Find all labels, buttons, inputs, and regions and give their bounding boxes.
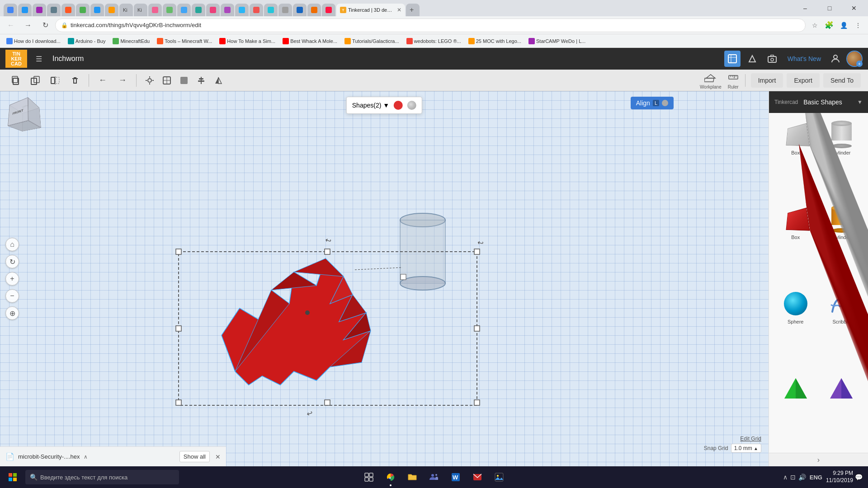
tab-8[interactable] xyxy=(105,4,118,16)
duplicate-button[interactable] xyxy=(27,72,43,89)
chevron-up-icon[interactable]: ∧ xyxy=(783,474,788,481)
light-view-icon[interactable] xyxy=(142,73,157,88)
view-cube[interactable]: FRONT TOP xyxy=(9,100,45,136)
tab-2[interactable] xyxy=(18,4,32,16)
bookmark-tools-minecraft[interactable]: Tools – Minecraft W... xyxy=(154,37,215,45)
network-icon[interactable]: ⊡ xyxy=(790,474,796,481)
home-view-button[interactable]: ⌂ xyxy=(5,238,19,251)
solid-view-icon[interactable] xyxy=(176,73,192,88)
tc-logo[interactable]: TIN KER CAD xyxy=(5,50,27,68)
project-name[interactable]: Inchworm xyxy=(52,55,84,63)
tab-new[interactable]: + xyxy=(406,4,420,16)
tab-15[interactable] xyxy=(235,4,249,16)
tab-6[interactable] xyxy=(76,4,90,16)
align-icon[interactable] xyxy=(193,73,209,88)
start-button[interactable] xyxy=(2,466,24,488)
address-bar[interactable]: 🔒 tinkercad.com/things/hVqvv4gDKrB-inchw… xyxy=(55,19,806,32)
panel-scroll-arrow[interactable]: › xyxy=(769,453,868,466)
flip-icon[interactable] xyxy=(211,73,226,88)
ruler-button[interactable]: Ruler xyxy=(727,71,740,89)
tab-7[interactable] xyxy=(90,4,104,16)
shape-item-sphere[interactable]: Sphere xyxy=(774,287,817,368)
download-expand-icon[interactable]: ∧ xyxy=(84,454,88,460)
back-button[interactable]: ← xyxy=(4,18,18,33)
tc-user-icon[interactable] xyxy=(828,52,843,66)
tab-13[interactable] xyxy=(206,4,220,16)
import-button[interactable]: Import xyxy=(751,73,783,88)
extension-puzzle-icon[interactable]: 🧩 xyxy=(823,19,835,32)
tab-11[interactable] xyxy=(177,4,191,16)
maximize-button[interactable]: □ xyxy=(819,0,840,16)
bookmark-star-icon[interactable]: ☆ xyxy=(808,19,821,32)
taskbar-photos-icon[interactable] xyxy=(489,467,509,487)
tc-perspective-view-button[interactable] xyxy=(744,51,760,67)
tab-14[interactable] xyxy=(221,4,234,16)
tab-18[interactable] xyxy=(278,4,292,16)
notification-icon[interactable]: 💬 xyxy=(855,474,863,481)
refresh-button[interactable]: ↻ xyxy=(38,18,52,33)
viewport[interactable]: FRONT TOP ⌂ xyxy=(0,91,769,466)
taskbar-search-bar[interactable]: 🔍 Введите здесь текст для поиска xyxy=(25,470,179,484)
snap-value[interactable]: 1.0 mm ▲ xyxy=(731,444,761,453)
tab-19[interactable] xyxy=(293,4,307,16)
zoom-in-button[interactable]: + xyxy=(5,272,19,286)
bookmark-how-download[interactable]: How do I download... xyxy=(4,37,63,45)
zoom-out-button[interactable]: − xyxy=(5,289,19,303)
tab-21[interactable] xyxy=(322,4,335,16)
shape-item-tri-purple[interactable] xyxy=(821,372,863,447)
taskbar-mail-icon[interactable] xyxy=(467,467,487,487)
close-button[interactable]: ✕ xyxy=(844,0,864,16)
tab-16[interactable] xyxy=(250,4,263,16)
tc-3d-view-button[interactable] xyxy=(724,51,741,67)
tab-3[interactable] xyxy=(33,4,46,16)
undo-button[interactable]: ← xyxy=(94,72,111,89)
speaker-icon[interactable]: 🔊 xyxy=(798,474,806,481)
bookmark-minecraft-edu[interactable]: MinecraftEdu xyxy=(110,37,152,45)
browser-menu-icon[interactable]: ⋮ xyxy=(852,19,864,32)
edit-grid-label[interactable]: Edit Grid xyxy=(740,436,761,442)
forward-button[interactable]: → xyxy=(21,18,35,33)
tab-20[interactable] xyxy=(307,4,321,16)
workplane-button[interactable]: Workplane xyxy=(700,71,722,89)
taskbar-task-view-button[interactable] xyxy=(359,467,379,487)
export-button[interactable]: Export xyxy=(787,73,819,88)
tab-1[interactable] xyxy=(4,4,17,16)
send-to-button[interactable]: Send To xyxy=(823,73,861,88)
delete-button[interactable] xyxy=(67,72,83,89)
tc-camera-view-button[interactable] xyxy=(764,51,780,67)
bookmark-moc[interactable]: 25 MOC with Lego... xyxy=(466,37,524,45)
align-panel[interactable]: Align L xyxy=(631,97,674,109)
panel-dropdown-arrow[interactable]: ▼ xyxy=(857,99,863,105)
bookmark-youtube-1[interactable]: How To Make a Sim... xyxy=(217,37,278,45)
tab-ki2[interactable]: Ki xyxy=(134,4,147,16)
orbit-button[interactable]: ↻ xyxy=(5,255,19,268)
tab-10[interactable] xyxy=(163,4,176,16)
wireframe-icon[interactable] xyxy=(159,73,175,88)
shapes-dropdown[interactable]: Shapes(2) ▼ xyxy=(352,102,389,109)
shape-item-box-red[interactable]: Box xyxy=(774,203,817,284)
bookmark-tutorials[interactable]: Tutorials/Galacticra... xyxy=(342,37,402,45)
tab-tinkercad[interactable]: T Tinkercad | 3D design... ✕ xyxy=(336,4,405,16)
taskbar-chrome-icon[interactable] xyxy=(381,467,401,487)
taskbar-word-icon[interactable]: W xyxy=(446,467,466,487)
language-badge[interactable]: ENG xyxy=(808,473,824,482)
bookmark-starcamp[interactable]: StarCAMP WeDo | L... xyxy=(526,37,588,45)
tab-4[interactable] xyxy=(47,4,61,16)
fit-view-button[interactable]: ⊕ xyxy=(5,306,19,320)
mirror-button[interactable] xyxy=(47,72,63,89)
bookmark-arduino[interactable]: Arduino - Buy xyxy=(65,37,108,45)
download-close-icon[interactable]: ✕ xyxy=(215,453,221,460)
tab-ki1[interactable]: Ki xyxy=(119,4,133,16)
show-all-button[interactable]: Show all xyxy=(179,451,210,462)
shape-item-tri-green[interactable] xyxy=(774,372,817,447)
profile-icon[interactable]: 👤 xyxy=(837,19,850,32)
tab-9[interactable] xyxy=(148,4,162,16)
redo-button[interactable]: → xyxy=(114,72,131,89)
tab-17[interactable] xyxy=(264,4,278,16)
system-clock[interactable]: 9:29 PM 11/10/2019 xyxy=(826,470,853,484)
minimize-button[interactable]: – xyxy=(795,0,816,16)
bookmark-youtube-2[interactable]: Best Whack A Mole... xyxy=(280,37,340,45)
taskbar-teams-icon[interactable] xyxy=(424,467,444,487)
tab-12[interactable] xyxy=(192,4,205,16)
copy-button[interactable] xyxy=(7,72,24,89)
